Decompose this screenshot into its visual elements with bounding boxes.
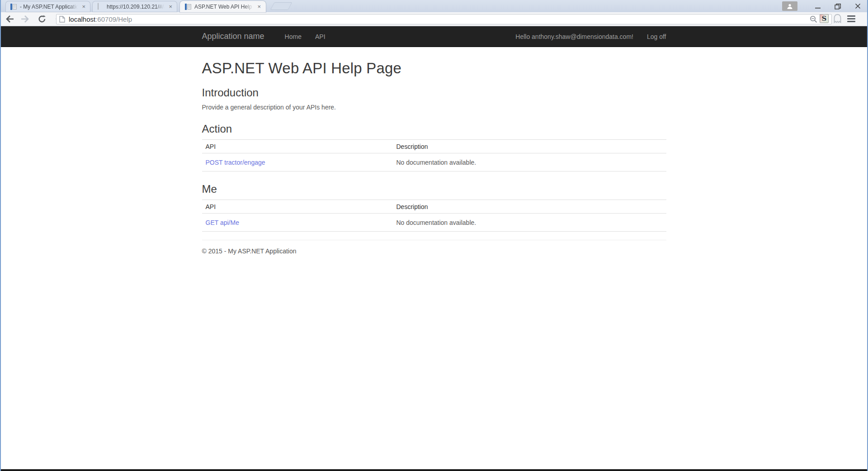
zoom-out-icon[interactable] [810, 15, 817, 23]
api-endpoint-link[interactable]: GET api/Me [206, 219, 239, 226]
nav-home-link[interactable]: Home [278, 33, 308, 40]
log-off-link[interactable]: Log off [640, 33, 666, 40]
web-page: Application name Home API Hello anthony.… [1, 26, 867, 469]
tab-close-icon[interactable]: × [80, 3, 87, 10]
close-icon [855, 3, 861, 9]
table-header-row: API Description [202, 140, 666, 153]
table-header-row: API Description [202, 200, 666, 214]
tab-close-icon[interactable]: × [256, 3, 262, 10]
site-navbar: Application name Home API Hello anthony.… [1, 26, 867, 47]
back-button[interactable] [4, 13, 16, 25]
window-frame: - My ASP.NET Application × https://10.20… [1, 0, 867, 12]
maximize-button[interactable] [831, 1, 844, 11]
tab-close-icon[interactable]: × [167, 3, 174, 10]
forward-arrow-icon [21, 15, 29, 23]
aspnet-favicon-icon [184, 3, 192, 10]
api-description: No documentation available. [393, 214, 666, 232]
minimize-button[interactable] [811, 1, 825, 11]
description-column-header: Description [393, 140, 666, 153]
page-icon [59, 16, 65, 23]
footer-copyright: © 2015 - My ASP.NET Application [202, 247, 666, 255]
content-container: ASP.NET Web API Help Page Introduction P… [202, 60, 666, 255]
taskbar-edge [1, 469, 867, 471]
introduction-heading: Introduction [202, 86, 666, 99]
action-api-table: API Description POST tractor/engage No d… [202, 139, 666, 171]
url-text[interactable]: localhost:60709/Help [69, 15, 810, 23]
introduction-text: Provide a general description of your AP… [202, 104, 666, 111]
browser-tab-1[interactable]: - My ASP.NET Application × [5, 1, 90, 12]
s-extension-icon[interactable]: S [820, 14, 829, 23]
extensions-area: S [820, 14, 856, 24]
url-host: localhost [69, 15, 95, 23]
navbar-brand[interactable]: Application name [202, 32, 264, 41]
url-path: :60709/Help [95, 15, 132, 23]
maximize-icon [835, 3, 841, 10]
forward-button[interactable] [19, 13, 31, 25]
action-section-heading: Action [202, 123, 666, 135]
browser-tab-3-active[interactable]: ASP.NET Web API Help Pa × [180, 1, 266, 12]
browser-tab-2[interactable]: https://10.209.120.21/#/ac × [92, 1, 177, 12]
footer-divider [202, 240, 666, 240]
table-row: POST tractor/engage No documentation ava… [202, 153, 666, 171]
aspnet-favicon-icon [10, 3, 17, 10]
api-column-header: API [202, 140, 393, 153]
nav-api-link[interactable]: API [308, 33, 332, 40]
api-column-header: API [202, 200, 393, 214]
profile-avatar-button[interactable] [782, 1, 797, 11]
table-row: GET api/Me No documentation available. [202, 214, 666, 232]
chrome-menu-icon[interactable] [846, 14, 856, 23]
tab-title: - My ASP.NET Application [20, 4, 78, 10]
new-tab-button[interactable] [270, 2, 292, 10]
user-greeting: Hello anthony.shaw@dimensiondata.com! [509, 33, 640, 40]
address-bar[interactable]: localhost:60709/Help ☆ [56, 14, 832, 24]
browser-window: { "browser": { "tabs": [ { "title": "- M… [0, 0, 868, 471]
minimize-icon [815, 4, 821, 9]
browser-toolbar: localhost:60709/Help ☆ S [1, 12, 867, 26]
tab-title: ASP.NET Web API Help Pa [194, 4, 253, 10]
close-window-button[interactable] [851, 1, 864, 11]
window-controls [782, 0, 864, 12]
back-arrow-icon [6, 15, 14, 23]
reload-button[interactable] [36, 13, 48, 25]
reload-icon [38, 15, 46, 23]
api-endpoint-link[interactable]: POST tractor/engage [206, 159, 265, 166]
person-icon [787, 3, 793, 10]
tab-title: https://10.209.120.21/#/ac [107, 4, 165, 10]
me-api-table: API Description GET api/Me No documentat… [202, 200, 666, 232]
description-column-header: Description [393, 200, 666, 214]
page-title: ASP.NET Web API Help Page [202, 60, 666, 77]
ghost-extension-icon[interactable] [833, 14, 842, 24]
me-section-heading: Me [202, 183, 666, 195]
api-description: No documentation available. [393, 153, 666, 171]
page-favicon-icon [97, 3, 104, 10]
